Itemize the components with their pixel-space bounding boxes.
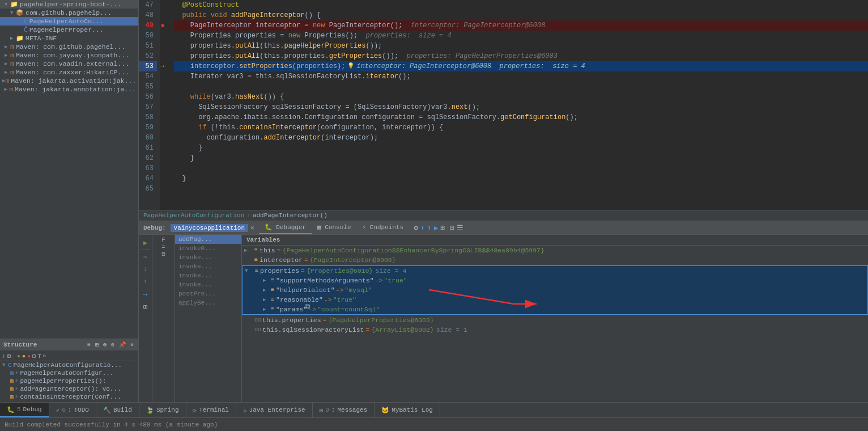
bottom-tab-todo[interactable]: ✓ 6: TODO (49, 403, 96, 417)
struct-dot-btn2[interactable]: ● (22, 353, 25, 360)
var-icon: ≡ (254, 257, 258, 263)
step-out-left-btn[interactable]: ↑ (140, 276, 151, 288)
var-icon: ≡ (271, 306, 274, 312)
tree-item-maven-4[interactable]: ▶ m Maven: com.zaxxer:HikariCP... (0, 68, 138, 77)
struct-method-label: PageHelperAutoConfigur... (20, 370, 113, 377)
tree-expand-arrow: ▶ (5, 52, 10, 58)
bottom-tab-spring[interactable]: 🍃 Spring (139, 403, 186, 417)
code-text: interceptor.setProperties(properties); (174, 61, 345, 71)
bottom-tab-build[interactable]: 🔨 Build (96, 403, 139, 417)
tree-item-pagehelper[interactable]: ▼ 📁 pagehelper-spring-boot-... (0, 0, 138, 9)
pin-button[interactable]: 📌 (118, 341, 127, 349)
var-sqlsession-list[interactable]: oo this.sqlSessionFactoryList = {ArrayLi… (242, 325, 868, 335)
close-session-btn[interactable]: ✕ (250, 224, 254, 231)
tab-console[interactable]: ▦ Console (312, 221, 356, 234)
var-value: {PageHelperAutoConfiguration$$EnhancerBy… (283, 247, 544, 254)
tree-item-maven-2[interactable]: ▶ m Maven: com.jayway.jsonpath... (0, 51, 138, 60)
copy-to-clipboard-btn[interactable]: ⧉ (305, 303, 310, 311)
tree-item-pagehelper-auto[interactable]: C̈ PageHelperAutoCo... (0, 17, 138, 26)
frame-label: F (161, 237, 165, 243)
code-editor[interactable]: 47 48 49 50 51 52 53 54 55 56 57 58 59 6… (139, 0, 868, 210)
var-interceptor[interactable]: ≡ interceptor = {PageInterceptor@6008} (242, 255, 868, 265)
callstack-item-5[interactable]: invoke... (175, 280, 241, 289)
callstack-item-1[interactable]: invoke0... (175, 244, 241, 253)
run-to-cursor-btn[interactable]: ▶ (434, 223, 439, 233)
restore-btn[interactable]: ⊟ (450, 223, 454, 233)
var-value: "count=countSql" (317, 306, 380, 313)
todo-icon: ✓ (56, 407, 60, 414)
var-this-properties[interactable]: oo this.properties = {PageHelperProperti… (242, 315, 868, 325)
var-prop-support[interactable]: ▶ ≡ "supportMethodsArguments" -> "true" (242, 276, 867, 285)
struct-group-btn[interactable]: ⊞ (7, 353, 11, 360)
evaluate-left-btn[interactable]: ⊞ (140, 301, 151, 312)
bottom-tab-debug[interactable]: 🐛 5 Debug (0, 403, 49, 417)
line-num-57: 57 (139, 102, 157, 112)
resume-btn[interactable]: ▶ (140, 237, 151, 248)
struct-sort-btn[interactable]: ↕ (2, 353, 6, 360)
tab-endpoints[interactable]: ⚡ Endpoints (357, 221, 410, 234)
step-into-left-btn[interactable]: ↓ (140, 264, 151, 275)
step-into-btn[interactable]: ⬇ (420, 223, 425, 233)
frame-equals: = (161, 244, 165, 251)
run-cursor-left-btn[interactable]: ⇢ (140, 289, 151, 300)
callstack-item-7[interactable]: applyBe... (175, 298, 241, 307)
maven-icon5: m (5, 77, 9, 84)
method-icon-blue: m (10, 370, 14, 377)
tree-item-com-github[interactable]: ▼ 📦 com.github.pagehelp... (0, 9, 138, 17)
var-prop-params[interactable]: ▶ ≡ "params" -> "count=countSql" (242, 305, 867, 314)
struct-dot-btn1[interactable]: ● (17, 353, 20, 360)
var-this[interactable]: ▶ ≡ this = {PageHelperAutoConfiguration$… (242, 246, 868, 255)
breadcrumb-class[interactable]: PageHelperAutoConfiguration (143, 212, 244, 219)
endpoints-tab-label: Endpoints (370, 224, 403, 231)
callstack-item-0[interactable]: addPag... (175, 235, 241, 244)
struct-item-constructor[interactable]: m + PageHelperAutoConfigur... (0, 369, 138, 377)
expand-button[interactable]: ⊕ (102, 341, 108, 349)
struct-inherit-btn[interactable]: ⊤ (37, 353, 41, 360)
tab-label: MyBatis Log (392, 407, 433, 413)
struct-item-class[interactable]: ▼ C PageHelperAutoConfiguratio... (0, 361, 138, 369)
var-prop-dialect[interactable]: ▶ ≡ "helperDialect" -> "mysql" (242, 285, 867, 295)
filter-button[interactable]: ⊞ (94, 341, 100, 349)
tree-item-maven-3[interactable]: ▶ m Maven: com.vaadin.external... (0, 60, 138, 68)
var-eq: = (365, 326, 369, 333)
code-text: @PostConstruct (174, 0, 239, 10)
breakpoint-icon: ● (160, 22, 165, 29)
tree-item-maven-1[interactable]: ▶ m Maven: com.github.pagehel... (0, 43, 138, 51)
tab-debugger[interactable]: 🐛 Debugger (259, 221, 312, 234)
tree-item-meta-inf[interactable]: ▶ 📁 META-INF (0, 34, 138, 43)
frame-filter-icon[interactable]: ⊟ (161, 251, 165, 257)
struct-item-containsinterceptor[interactable]: m + containsInterceptor(Conf... (0, 393, 138, 401)
struct-item-pagehelperprops[interactable]: m + pageHelperProperties(): (0, 377, 138, 385)
callstack-item-6[interactable]: postPro... (175, 289, 241, 298)
tree-item-pagehelper-prop[interactable]: C̈ PageHelperProper... (0, 26, 138, 34)
tree-item-maven-6[interactable]: ▶ m Maven: jakarta.annotation:ja... (0, 85, 138, 94)
struct-more-btn[interactable]: » (42, 353, 46, 360)
var-prop-reasonable[interactable]: ▶ ≡ "reasonable" -> "true" (242, 295, 867, 305)
callstack-item-4[interactable]: invoke... (175, 271, 241, 280)
sort-button[interactable]: ≡ (86, 341, 92, 349)
struct-dot-btn3[interactable]: ● (27, 353, 31, 360)
struct-filter-btn[interactable]: ⊟ (32, 353, 36, 360)
bottom-tab-messages[interactable]: ✉ 0: Messages (313, 403, 375, 417)
bottom-tab-enterprise[interactable]: ☕ Java Enterprise (236, 403, 313, 417)
step-over-btn[interactable]: ⚙ (414, 223, 418, 233)
bottom-tab-terminal[interactable]: ▷ Terminal (186, 403, 236, 417)
callstack-item-2[interactable]: invoke... (175, 253, 241, 262)
step-out-btn[interactable]: ⬆ (427, 223, 432, 233)
code-content[interactable]: @PostConstruct public void addPageInterc… (169, 0, 868, 210)
more-button[interactable]: » (129, 341, 135, 349)
struct-item-addpageinterceptor[interactable]: m + addPageInterceptor(): vo... (0, 385, 138, 393)
access-icon3: + (15, 386, 18, 392)
bulb-icon: 💡 (347, 61, 354, 71)
threads-btn[interactable]: ☰ (457, 223, 463, 233)
step-over-left-btn[interactable]: ↷ (140, 251, 151, 263)
settings-button[interactable]: ⚙ (110, 341, 116, 349)
callstack-item-3[interactable]: invoke... (175, 262, 241, 271)
var-properties[interactable]: ▼ ≡ properties = {Properties@6010} size … (242, 266, 867, 276)
bottom-tab-mybatis[interactable]: 🐱 MyBatis Log (375, 403, 440, 417)
debug-app-tag[interactable]: VainycosApplication (171, 224, 248, 232)
var-eq: = (277, 247, 281, 254)
file-tree[interactable]: ▼ 📁 pagehelper-spring-boot-... ▼ 📦 com.g… (0, 0, 138, 339)
evaluate-btn[interactable]: ⊞ (441, 223, 445, 233)
tree-item-maven-5[interactable]: ▶ m Maven: jakarta.activation:jak... (0, 77, 138, 85)
